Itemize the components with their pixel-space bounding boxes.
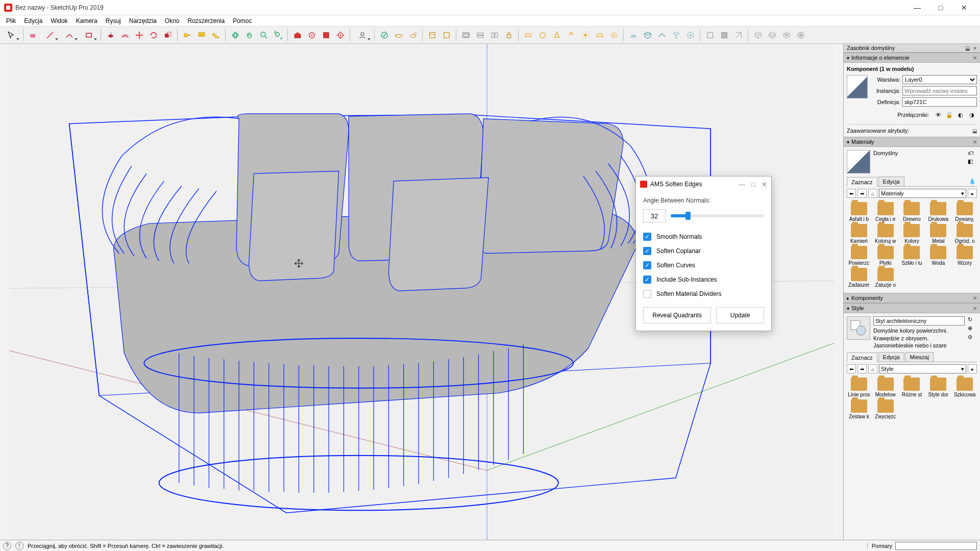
geolocation-icon[interactable]: ? — [3, 542, 11, 550]
style-folder[interactable]: Style dor — [926, 378, 950, 397]
rectangle-tool[interactable] — [80, 29, 98, 42]
layer-select[interactable]: Layer0 — [902, 75, 977, 84]
extra-2-tool[interactable] — [718, 29, 731, 42]
create-material-icon[interactable]: 🏷 — [968, 150, 977, 156]
panel-components[interactable]: Komponenty ✕ — [844, 293, 980, 303]
menu-okno[interactable]: Okno — [161, 16, 184, 26]
style-purge-icon[interactable]: ⊘ — [968, 334, 977, 340]
layout-tool[interactable] — [320, 29, 333, 42]
style-folder[interactable]: Modelow — [873, 378, 898, 397]
tray-close-icon[interactable]: ✕ — [973, 45, 977, 51]
sty-collection-select[interactable]: Style▾ — [879, 364, 966, 373]
arc-tool[interactable] — [60, 29, 79, 42]
panel-styles[interactable]: Style ✕ — [844, 303, 980, 313]
light-ies-tool[interactable] — [565, 29, 578, 42]
material-folder[interactable]: Żaluzje o — [873, 268, 898, 288]
offset-tool[interactable] — [118, 29, 132, 42]
export-proxy-tool[interactable] — [670, 29, 683, 42]
style-update-icon[interactable]: ↻ — [968, 316, 977, 323]
style-folder[interactable]: Różne st — [900, 378, 924, 397]
menu-pomoc[interactable]: Pomoc — [229, 16, 256, 26]
material-folder[interactable]: Dywany, — [952, 202, 977, 222]
close-button[interactable]: ✕ — [952, 0, 976, 15]
pan-tool[interactable] — [243, 29, 256, 42]
infinite-plane-tool[interactable] — [655, 29, 669, 42]
material-folder[interactable]: Asfalt i b — [847, 202, 871, 222]
dialog-minimize[interactable]: — — [739, 181, 745, 188]
menu-rozszerzenia[interactable]: Rozszerzenia — [183, 16, 229, 26]
zoom-tool[interactable] — [257, 29, 271, 42]
angle-value[interactable]: 32 — [643, 209, 666, 222]
maximize-button[interactable]: □ — [929, 0, 952, 15]
light-spot-tool[interactable] — [550, 29, 564, 42]
tool-c[interactable] — [459, 29, 473, 42]
zoom-extents-tool[interactable] — [272, 29, 285, 42]
vray-tool-1[interactable] — [378, 29, 391, 42]
mat-collection-select[interactable]: Materiały▾ — [879, 189, 966, 198]
mat-nav-back[interactable]: ⬅ — [847, 189, 856, 198]
tool-b[interactable] — [440, 29, 453, 42]
sample-paint-icon[interactable]: 💧 — [969, 178, 976, 185]
styles-tab-mix[interactable]: Mieszaj — [905, 352, 934, 362]
light-rect-tool[interactable] — [522, 29, 535, 42]
material-folder[interactable]: Szkło i lu — [900, 246, 924, 266]
style-folder[interactable]: Zwycięzc — [873, 399, 898, 419]
style-folder[interactable]: Szkicowa — [952, 378, 977, 397]
tray-pin-icon[interactable]: ⬓ — [965, 45, 970, 51]
sty-nav-fwd[interactable]: ➡ — [857, 364, 867, 373]
reveal-quadrants-button[interactable]: Reveal Quadrants — [643, 307, 711, 323]
warehouse-tool[interactable] — [291, 29, 304, 42]
dialog-titlebar[interactable]: AMS Soften Edges — □ ✕ — [636, 177, 771, 192]
paint-tool[interactable] — [209, 29, 223, 42]
style-folder[interactable]: Zestaw k — [847, 399, 871, 419]
entity-close-icon[interactable]: ✕ — [973, 55, 977, 61]
style-folder[interactable]: Linie pros — [847, 378, 871, 397]
scale-tool[interactable] — [161, 29, 175, 42]
wire-2-tool[interactable] — [766, 29, 779, 42]
orbit-tool[interactable] — [229, 29, 242, 42]
sty-nav-home[interactable]: ⌂ — [868, 364, 877, 373]
tool-d[interactable] — [474, 29, 487, 42]
tool-e[interactable] — [488, 29, 501, 42]
angle-slider[interactable] — [671, 214, 764, 217]
material-folder[interactable]: Cegła i e — [873, 202, 898, 222]
mat-nav-home[interactable]: ⌂ — [868, 189, 877, 198]
dialog-close[interactable]: ✕ — [762, 181, 767, 188]
default-material-icon[interactable]: ◧ — [968, 158, 977, 165]
select-tool[interactable] — [2, 29, 20, 42]
panel-materials[interactable]: Materiały ✕ — [844, 137, 980, 147]
advanced-expand-icon[interactable]: ⬓ — [972, 128, 977, 134]
materials-tab-edit[interactable]: Edycja — [878, 177, 904, 186]
wire-4-tool[interactable] — [794, 29, 807, 42]
style-new-icon[interactable]: ⊕ — [968, 325, 977, 332]
dialog-check[interactable]: ✓Smooth Normals — [643, 230, 764, 244]
toggle-visible-icon[interactable]: 👁 — [934, 111, 942, 119]
move-tool[interactable] — [133, 29, 146, 42]
vray-teapot-tool[interactable] — [392, 29, 405, 42]
definition-input[interactable] — [902, 97, 977, 107]
toggle-lock-icon[interactable]: 🔒 — [945, 111, 953, 119]
menu-widok[interactable]: Widok — [46, 16, 71, 26]
fur-tool[interactable] — [627, 29, 640, 42]
minimize-button[interactable]: — — [905, 0, 929, 15]
credits-icon[interactable]: ! — [15, 542, 23, 550]
eraser-tool[interactable] — [27, 29, 40, 42]
light-mesh-tool[interactable] — [607, 29, 621, 42]
extra-1-tool[interactable] — [703, 29, 717, 42]
light-omni-tool[interactable] — [579, 29, 592, 42]
dialog-check[interactable]: ✓Soften Coplanar — [643, 244, 764, 258]
extra-3-tool[interactable] — [732, 29, 745, 42]
styles-tab-edit[interactable]: Edycja — [878, 352, 904, 362]
style-thumb[interactable] — [847, 316, 870, 340]
pushpull-tool[interactable] — [104, 29, 117, 42]
light-sphere-tool[interactable] — [536, 29, 549, 42]
light-dome-tool[interactable] — [593, 29, 606, 42]
material-folder[interactable]: Drukowa — [926, 202, 950, 222]
vray-teapot2-tool[interactable] — [406, 29, 420, 42]
mat-nav-fwd[interactable]: ➡ — [857, 189, 867, 198]
material-folder[interactable]: Wzory — [952, 246, 977, 266]
measure-input[interactable] — [895, 542, 977, 550]
components-close-icon[interactable]: ✕ — [973, 295, 977, 301]
material-folder[interactable]: Płytki — [873, 246, 898, 266]
lock-tool[interactable] — [502, 29, 516, 42]
